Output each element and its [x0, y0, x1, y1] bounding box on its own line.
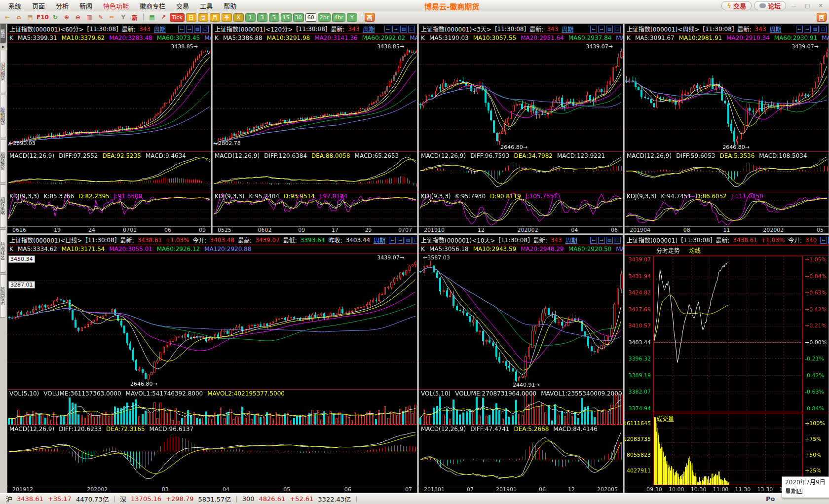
vol-chart[interactable]: [7, 390, 417, 425]
maximize-panel-button[interactable]: ▢: [408, 26, 415, 33]
maximize-panel-button[interactable]: ▢: [614, 237, 621, 244]
back-icon[interactable]: ←: [2, 13, 12, 22]
brush-icon[interactable]: ✏: [107, 13, 117, 22]
news-icon[interactable]: ▤: [25, 13, 35, 22]
period-button-5[interactable]: 5: [269, 13, 279, 22]
minimize-button[interactable]: —: [789, 1, 799, 10]
annotate-icon[interactable]: ✎: [96, 13, 106, 22]
nav-right-button[interactable]: →: [828, 237, 829, 244]
new-icon[interactable]: 新: [130, 13, 140, 22]
macd-chart[interactable]: [213, 152, 417, 192]
nav-left-button[interactable]: ←: [178, 26, 185, 33]
macd-chart[interactable]: [7, 152, 211, 192]
zoom-in-icon[interactable]: ⊕: [62, 13, 72, 22]
maximize-button[interactable]: ▢: [802, 1, 813, 10]
period-button-周[interactable]: 周: [198, 13, 208, 22]
nav-left-button[interactable]: ←: [384, 26, 391, 33]
refresh-icon[interactable]: ↻: [50, 13, 60, 22]
period-button-Y[interactable]: Y: [347, 13, 357, 22]
nav-left-button[interactable]: ←: [796, 26, 803, 33]
kdj-chart[interactable]: [213, 192, 417, 226]
nav-right-button[interactable]: →: [804, 26, 811, 33]
period-button-日[interactable]: 日: [186, 13, 196, 22]
chart-view-icon[interactable]: ↗: [158, 13, 168, 22]
period-link[interactable]: 周期: [562, 25, 573, 33]
nav-left-button[interactable]: ←: [590, 26, 597, 33]
nav-right-button[interactable]: →: [598, 237, 605, 244]
period-button-季[interactable]: 季: [222, 13, 232, 22]
menu-item[interactable]: 系统: [3, 0, 27, 11]
nav-right-button[interactable]: →: [392, 26, 399, 33]
intraday-price-chart[interactable]: [654, 256, 802, 412]
menu-item[interactable]: 特色功能: [98, 0, 134, 11]
period-button-2hr[interactable]: 2hr: [318, 13, 331, 22]
period-link[interactable]: 周期: [770, 25, 782, 33]
kdj-chart[interactable]: [7, 192, 211, 226]
sidebar-tab[interactable]: 国内期货: [0, 50, 6, 93]
nav-right-button[interactable]: →: [397, 237, 404, 244]
intraday-volume-chart[interactable]: [654, 414, 802, 485]
candle-chart[interactable]: [213, 42, 417, 151]
f10-icon[interactable]: F10: [37, 13, 49, 22]
period-link[interactable]: 周期: [565, 236, 577, 244]
macd-chart[interactable]: [419, 152, 623, 192]
maximize-panel-button[interactable]: ▢: [413, 237, 417, 244]
period-button-3[interactable]: 3: [257, 13, 267, 22]
overlay-icon[interactable]: ▥: [84, 13, 94, 22]
candle-chart[interactable]: [7, 42, 211, 151]
trade-button[interactable]: ϟ交易: [721, 1, 752, 10]
macd-chart[interactable]: [625, 152, 829, 192]
quote-table-icon[interactable]: ▦: [147, 13, 157, 22]
forum-button[interactable]: 论坛: [754, 1, 786, 10]
maximize-panel-button[interactable]: ▢: [202, 26, 209, 33]
nav-left-button[interactable]: ←: [389, 237, 396, 244]
intraday-tab[interactable]: 分时走势: [656, 246, 680, 254]
period-button-30[interactable]: 30: [293, 13, 304, 22]
kdj-chart[interactable]: [625, 192, 829, 226]
split-view-button[interactable]: ▤: [400, 26, 407, 33]
vol-chart[interactable]: [419, 390, 623, 425]
sidebar-tab[interactable]: 期权策略: [0, 184, 6, 228]
period-button-月[interactable]: 月: [210, 13, 220, 22]
period-link[interactable]: 周期: [363, 25, 375, 33]
sidebar-tab[interactable]: 新闻资讯: [0, 274, 6, 318]
menu-item[interactable]: 帮助: [218, 0, 242, 11]
period-button-1[interactable]: 1: [245, 13, 256, 22]
period-link[interactable]: 周期: [374, 236, 385, 244]
period-link[interactable]: 周期: [154, 25, 166, 33]
split-view-button[interactable]: ▤: [606, 26, 613, 33]
menu-item[interactable]: 分析: [50, 0, 74, 11]
macd-chart[interactable]: [419, 425, 623, 486]
split-view-button[interactable]: ▤: [812, 26, 819, 33]
home-icon[interactable]: ⌂: [14, 13, 24, 22]
sidebar-tab-screenshot[interactable]: 截图: [0, 24, 6, 43]
macd-chart[interactable]: [7, 425, 417, 486]
candle-chart[interactable]: [419, 253, 623, 389]
nav-right-button[interactable]: →: [186, 26, 193, 33]
draw-mode-button[interactable]: 画: [365, 13, 375, 22]
maximize-panel-button[interactable]: ▢: [614, 26, 621, 33]
menu-item[interactable]: 工具: [194, 0, 218, 11]
intraday-tab[interactable]: 均线: [689, 246, 701, 254]
filter-icon[interactable]: Y: [118, 13, 128, 22]
candle-chart[interactable]: [419, 42, 623, 151]
menu-item[interactable]: 页面: [27, 0, 50, 11]
sidebar-tab[interactable]: 热点排名: [0, 229, 6, 273]
menu-item[interactable]: 新闻: [74, 0, 98, 11]
nav-left-button[interactable]: ←: [820, 237, 827, 244]
layout-button[interactable]: 回: [817, 13, 827, 22]
menu-item[interactable]: 交易: [171, 0, 194, 11]
kdj-chart[interactable]: [419, 192, 623, 226]
sidebar-expand-icon[interactable]: ▶: [0, 45, 7, 50]
close-button[interactable]: ✕: [815, 1, 826, 10]
zoom-out-icon[interactable]: ⊖: [73, 13, 83, 22]
split-view-button[interactable]: ▤: [606, 237, 613, 244]
split-view-button[interactable]: ▤: [405, 237, 412, 244]
sidebar-tab[interactable]: 股指期货: [0, 95, 6, 138]
menu-item[interactable]: 徽商专栏: [134, 0, 171, 11]
split-view-button[interactable]: ▤: [194, 26, 201, 33]
maximize-panel-button[interactable]: ▢: [820, 26, 827, 33]
period-button-15[interactable]: 15: [281, 13, 292, 22]
period-button-Tick[interactable]: Tick: [170, 13, 185, 22]
nav-left-button[interactable]: ←: [590, 237, 597, 244]
